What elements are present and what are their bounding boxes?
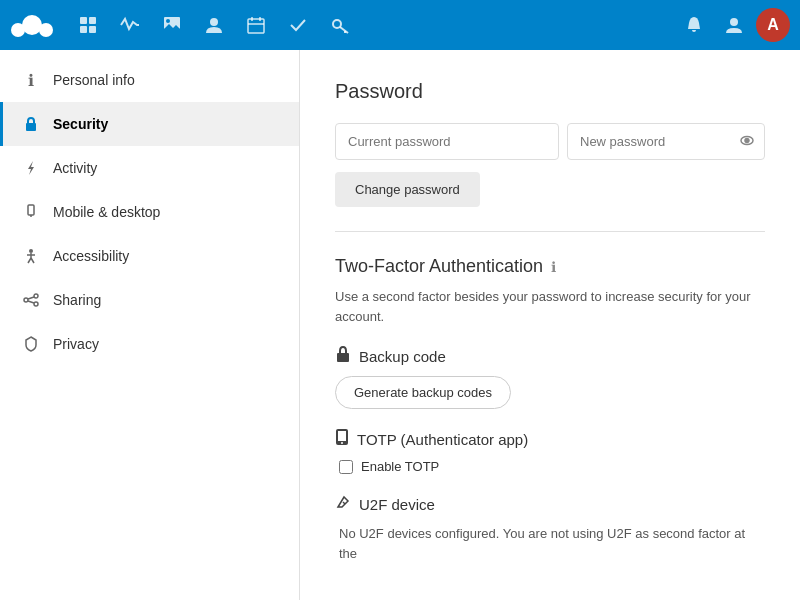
mobile-icon	[21, 202, 41, 222]
svg-rect-3	[80, 17, 87, 24]
generate-backup-codes-button[interactable]: Generate backup codes	[335, 376, 511, 409]
tfa-title: Two-Factor Authentication	[335, 256, 543, 277]
svg-rect-35	[338, 431, 346, 441]
share-icon	[21, 290, 41, 310]
top-navigation: A	[0, 0, 800, 50]
user-avatar[interactable]: A	[756, 8, 790, 42]
sidebar: ℹ Personal info Security Activity	[0, 50, 300, 600]
svg-line-24	[28, 258, 31, 263]
sidebar-item-personal-info[interactable]: ℹ Personal info	[0, 58, 299, 102]
password-fields-row	[335, 123, 765, 160]
change-password-button[interactable]: Change password	[335, 172, 480, 207]
app-layout: ℹ Personal info Security Activity	[0, 50, 800, 600]
svg-point-8	[166, 19, 170, 23]
sidebar-item-privacy[interactable]: Privacy	[0, 322, 299, 366]
svg-point-28	[34, 302, 38, 306]
tasks-icon[interactable]	[280, 7, 316, 43]
sidebar-item-sharing[interactable]: Sharing	[0, 278, 299, 322]
u2f-header: U2F device	[335, 494, 765, 514]
svg-rect-19	[28, 205, 34, 215]
backup-code-header: Backup code	[335, 346, 765, 366]
totp-header: TOTP (Authenticator app)	[335, 429, 765, 449]
svg-line-37	[343, 502, 345, 504]
lock-icon	[21, 114, 41, 134]
svg-point-14	[333, 20, 341, 28]
privacy-icon	[21, 334, 41, 354]
u2f-device-icon	[335, 494, 351, 514]
contacts-icon[interactable]	[196, 7, 232, 43]
section-divider	[335, 231, 765, 232]
user-profile-icon[interactable]	[716, 7, 752, 43]
svg-point-2	[39, 23, 53, 37]
tfa-totp-method: TOTP (Authenticator app) Enable TOTP	[335, 429, 765, 474]
svg-line-30	[28, 301, 34, 303]
tfa-backup-code-method: Backup code Generate backup codes	[335, 346, 765, 409]
svg-rect-18	[26, 123, 36, 131]
svg-point-27	[24, 298, 28, 302]
enable-totp-label[interactable]: Enable TOTP	[335, 459, 765, 474]
lightning-icon	[21, 158, 41, 178]
svg-rect-10	[248, 19, 264, 33]
new-password-wrapper	[567, 123, 765, 160]
main-content: Password Change password Two-Factor Auth…	[300, 50, 800, 600]
gallery-icon[interactable]	[154, 7, 190, 43]
toggle-password-visibility-icon[interactable]	[739, 132, 755, 151]
svg-point-26	[34, 294, 38, 298]
tfa-info-icon[interactable]: ℹ	[551, 259, 556, 275]
svg-rect-33	[337, 353, 349, 362]
svg-line-29	[28, 297, 34, 299]
sidebar-item-mobile-desktop[interactable]: Mobile & desktop	[0, 190, 299, 234]
u2f-description: No U2F devices configured. You are not u…	[335, 524, 765, 563]
svg-line-25	[31, 258, 34, 263]
files-icon[interactable]	[70, 7, 106, 43]
current-password-input[interactable]	[335, 123, 559, 160]
svg-rect-5	[80, 26, 87, 33]
info-icon: ℹ	[21, 70, 41, 90]
password-section-title: Password	[335, 80, 765, 103]
accessibility-icon	[21, 246, 41, 266]
bell-icon[interactable]	[676, 7, 712, 43]
activity-icon[interactable]	[112, 7, 148, 43]
svg-rect-6	[89, 26, 96, 33]
backup-code-lock-icon	[335, 346, 351, 366]
totp-phone-icon	[335, 429, 349, 449]
enable-totp-checkbox[interactable]	[339, 460, 353, 474]
svg-point-17	[730, 18, 738, 26]
svg-point-9	[210, 18, 218, 26]
tfa-section-header: Two-Factor Authentication ℹ	[335, 256, 765, 277]
app-logo[interactable]	[10, 12, 54, 38]
tfa-u2f-method: U2F device No U2F devices configured. Yo…	[335, 494, 765, 563]
svg-point-36	[341, 442, 343, 444]
svg-point-32	[745, 138, 749, 142]
calendar-icon[interactable]	[238, 7, 274, 43]
tfa-description: Use a second factor besides your passwor…	[335, 287, 765, 326]
svg-point-21	[29, 249, 33, 253]
svg-rect-4	[89, 17, 96, 24]
svg-point-1	[22, 15, 42, 35]
new-password-input[interactable]	[567, 123, 765, 160]
key-icon[interactable]	[322, 7, 358, 43]
sidebar-item-activity[interactable]: Activity	[0, 146, 299, 190]
sidebar-item-accessibility[interactable]: Accessibility	[0, 234, 299, 278]
sidebar-item-security[interactable]: Security	[0, 102, 299, 146]
